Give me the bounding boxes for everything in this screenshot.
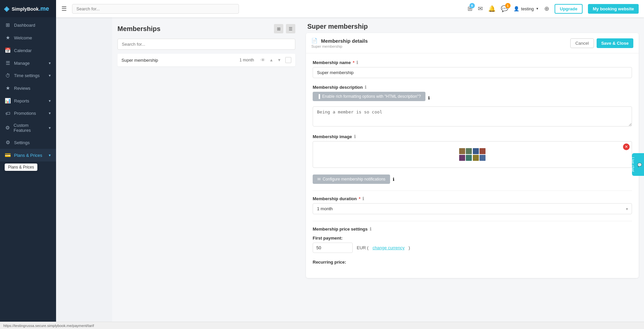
section-divider-2 xyxy=(313,221,632,221)
live-chat-button[interactable]: 💬 Live chat xyxy=(632,153,644,176)
grid-icon: ⊞ xyxy=(5,22,11,28)
save-close-button[interactable]: Save & Close xyxy=(597,38,633,48)
recurring-price-field: Recurring price: xyxy=(313,260,632,265)
duration-select[interactable]: 1 month xyxy=(313,203,632,214)
sidebar-item-calendar[interactable]: 📅 Calendar xyxy=(0,44,56,57)
topbar: ☰ ⊞ 8 ✉ 🔔 💬 1 👤 testing ▼ ⊕ Upgrade My b… xyxy=(56,0,644,17)
currency-label: EUR ( xyxy=(357,245,368,250)
down-icon[interactable]: ▼ xyxy=(277,58,281,62)
globe-icon[interactable]: ⊕ xyxy=(544,5,549,12)
sidebar-item-label: Custom Features xyxy=(14,123,45,133)
membership-image-label: Membership image ℹ xyxy=(313,134,632,139)
sidebar-item-label: Promotions xyxy=(14,111,36,116)
statusbar: https://testingrussa.secure.simplybook.m… xyxy=(0,322,644,329)
hamburger-icon[interactable]: ☰ xyxy=(61,5,67,12)
info-icon[interactable]: ℹ xyxy=(354,134,356,139)
first-payment-field: First payment: EUR ( change currency ) xyxy=(313,236,632,253)
cancel-button[interactable]: Cancel xyxy=(570,38,594,48)
recurring-price-label: Recurring price: xyxy=(313,260,632,265)
statusbar-url: https://testingrussa.secure.simplybook.m… xyxy=(3,324,94,328)
upgrade-button[interactable]: Upgrade xyxy=(555,4,583,14)
price-settings-section: Membership price settings ℹ First paymen… xyxy=(313,227,632,265)
apps-icon[interactable]: ⊞ 8 xyxy=(467,5,472,12)
membership-name-input[interactable] xyxy=(313,67,632,78)
configure-notifications-button[interactable]: ✉ Configure membership notifications xyxy=(313,175,390,184)
main-area: Memberships ⊞ ☰ Super membership 1 month… xyxy=(112,17,644,329)
promotions-icon: 🏷 xyxy=(5,110,11,116)
user-menu[interactable]: 👤 testing ▼ xyxy=(514,6,539,11)
calendar-icon: 📅 xyxy=(5,47,11,53)
memberships-search-input[interactable] xyxy=(117,39,295,50)
chevron-down-icon: ▼ xyxy=(48,111,51,115)
panel-header: Memberships ⊞ ☰ xyxy=(117,24,295,33)
info-icon[interactable]: ℹ xyxy=(393,177,394,182)
html-desc-row: ▐ Enable rich formatting options with "H… xyxy=(313,92,632,104)
info-icon[interactable]: ℹ xyxy=(365,85,366,90)
sidebar-item-reports[interactable]: 📊 Reports ▼ xyxy=(0,94,56,107)
html-description-button[interactable]: ▐ Enable rich formatting options with "H… xyxy=(313,92,425,101)
change-currency-link[interactable]: change currency xyxy=(372,245,404,250)
first-payment-label: First payment: xyxy=(313,236,632,241)
membership-name-field: Membership name * ℹ xyxy=(313,60,632,78)
up-icon[interactable]: ▲ xyxy=(269,58,273,62)
chat-icon: 💬 xyxy=(638,162,642,167)
toggle-icon: ▐ xyxy=(317,94,320,99)
sidebar-item-label: Welcome xyxy=(14,35,32,40)
sidebar-item-reviews[interactable]: ★ Reviews xyxy=(0,82,56,94)
user-dropdown-icon: ▼ xyxy=(536,7,539,10)
logo[interactable]: ◈ SimplyBook.me xyxy=(0,0,56,17)
logo-text: SimplyBook.me xyxy=(12,5,49,12)
first-payment-input[interactable] xyxy=(313,243,353,253)
sidebar-item-manage[interactable]: ☰ Manage ▼ xyxy=(0,57,56,69)
info-icon[interactable]: ℹ xyxy=(356,60,358,65)
membership-description-field: Membership description ℹ ▐ Enable rich f… xyxy=(313,85,632,127)
list-view-button[interactable]: ☰ xyxy=(286,24,295,33)
email-icon[interactable]: ✉ xyxy=(478,5,483,12)
card-title-text: Membership details xyxy=(321,38,368,44)
panel-header-icons: ⊞ ☰ xyxy=(274,24,295,33)
info-icon[interactable]: ℹ xyxy=(370,227,371,232)
membership-checkbox[interactable] xyxy=(285,57,291,63)
grid-view-button[interactable]: ⊞ xyxy=(274,24,283,33)
chat-icon[interactable]: 💬 1 xyxy=(501,5,508,12)
thumb-cell-4 xyxy=(479,148,486,154)
card-body: Membership name * ℹ Membership descripti… xyxy=(306,53,639,278)
sidebar-item-plans-prices[interactable]: 💳 Plans & Prices ▼ Plans & Prices xyxy=(0,149,56,161)
sidebar-item-dashboard[interactable]: ⊞ Dashboard xyxy=(0,19,56,31)
membership-name: Super membership xyxy=(121,58,236,63)
duration-select-wrapper: 1 month xyxy=(313,203,632,214)
membership-name-label: Membership name * ℹ xyxy=(313,60,632,65)
reports-icon: 📊 xyxy=(5,98,11,104)
logo-icon: ◈ xyxy=(4,5,9,13)
membership-description-label: Membership description ℹ xyxy=(313,85,632,90)
card-title-block: 📄 Membership details Super membership xyxy=(311,38,368,48)
description-textarea[interactable]: Being a member is so cool xyxy=(313,106,632,126)
image-upload-area[interactable]: ✕ xyxy=(313,141,632,168)
card-title: 📄 Membership details xyxy=(311,38,368,44)
bell-icon[interactable]: 🔔 xyxy=(488,5,496,12)
sidebar-item-label: Plans & Prices xyxy=(14,153,42,158)
required-star: * xyxy=(353,60,354,65)
sidebar-item-custom-features[interactable]: ⚙ Custom Features ▼ xyxy=(0,119,56,136)
section-divider xyxy=(313,191,632,191)
sidebar-item-promotions[interactable]: 🏷 Promotions ▼ xyxy=(0,107,56,119)
membership-image-field: Membership image ℹ xyxy=(313,134,632,168)
card-actions: Cancel Save & Close xyxy=(570,38,633,48)
membership-duration-label: Membership duration * ℹ xyxy=(313,196,632,201)
details-title: Super membership xyxy=(301,17,644,33)
thumb-cell-3 xyxy=(473,148,479,154)
remove-image-button[interactable]: ✕ xyxy=(623,143,630,150)
membership-duration-field: Membership duration * ℹ 1 month xyxy=(313,196,632,214)
eye-icon[interactable]: 👁 xyxy=(261,57,265,63)
search-input[interactable] xyxy=(72,4,239,14)
membership-image-thumbnail xyxy=(459,148,486,161)
info-icon[interactable]: ℹ xyxy=(428,95,430,100)
sidebar-item-time-settings[interactable]: ⏱ Time settings ▼ xyxy=(0,69,56,82)
my-booking-website-button[interactable]: My booking website xyxy=(588,4,639,14)
notifications-field: ✉ Configure membership notifications ℹ xyxy=(313,175,632,184)
sidebar-item-welcome[interactable]: ★ Welcome xyxy=(0,31,56,44)
sidebar-item-settings[interactable]: ⚙ Settings xyxy=(0,136,56,149)
info-icon[interactable]: ℹ xyxy=(362,196,364,201)
thumb-cell-5 xyxy=(459,155,465,161)
sidebar-item-label: Time settings xyxy=(14,73,40,78)
